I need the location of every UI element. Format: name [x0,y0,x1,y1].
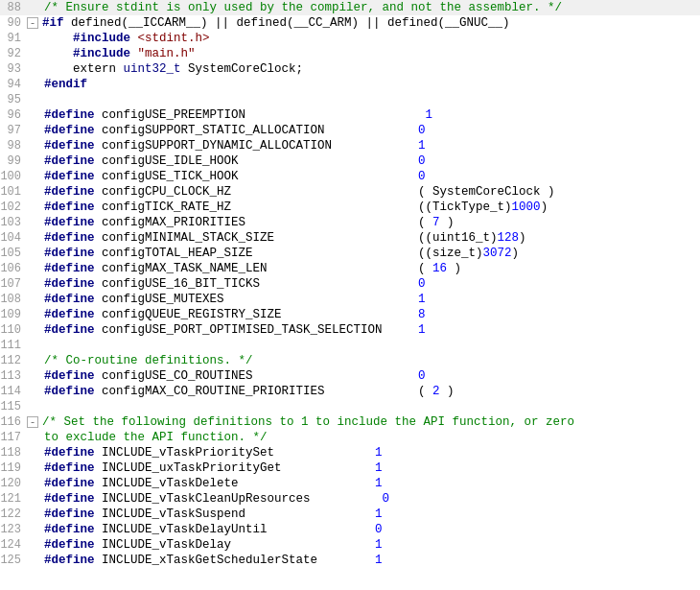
line-content: #define configUSE_PREEMPTION 1 [40,107,700,123]
line-number: 107 [0,276,27,292]
code-token: #define [44,523,95,536]
code-token: #define [44,477,95,490]
code-line: 91 #include <stdint.h> [0,31,700,46]
code-line: 107#define configUSE_16_BIT_TICKS 0 [0,276,700,292]
line-gutter[interactable]: - [27,17,38,29]
code-token: #define [44,308,95,321]
code-token: configUSE_CO_ROUTINES [95,369,419,383]
code-token: 0 [418,369,426,383]
code-token: configUSE_MUTEXES [95,293,419,306]
code-token: #define [44,216,95,229]
line-number: 109 [0,307,27,322]
code-token: /* Co-routine definitions. */ [44,354,253,367]
line-content: #define configMAX_PRIORITIES ( 7 ) [40,215,700,230]
code-token: INCLUDE_vTaskDelete [95,477,376,490]
code-token: #define [44,446,95,460]
code-token: ) [519,231,526,245]
code-token: #define [44,461,95,475]
code-token: ) [440,385,455,398]
code-line: 88/* Ensure stdint is only used by the c… [0,0,700,15]
line-number: 93 [0,61,27,77]
line-content: #define configUSE_PORT_OPTIMISED_TASK_SE… [40,322,700,338]
line-number: 124 [0,537,27,553]
code-token: ) [512,247,520,260]
code-token: configCPU_CLOCK_HZ [95,185,419,199]
code-token: <stdint.h> [138,32,210,45]
code-line: 103#define configMAX_PRIORITIES ( 7 ) [0,215,700,230]
code-line: 113#define configUSE_CO_ROUTINES 0 [0,368,700,384]
code-token: "main.h" [138,47,196,60]
code-line: 117to exclude the API function. */ [0,430,700,445]
code-token: #define [44,154,95,168]
code-token: ) [447,262,461,275]
line-number: 91 [0,31,27,46]
line-content: #define INCLUDE_xTaskGetSchedulerState 1 [40,553,700,568]
code-token: 0 [418,277,426,291]
line-content: #define INCLUDE_uxTaskPriorityGet 1 [40,460,700,476]
code-line: 122#define INCLUDE_vTaskSuspend 1 [0,507,700,522]
line-content: /* Ensure stdint is only used by the com… [40,0,700,15]
line-number: 106 [0,261,27,276]
code-token: 1 [375,446,383,460]
code-token: 1 [375,554,383,567]
line-number: 102 [0,200,27,215]
code-line: 97#define configSUPPORT_STATIC_ALLOCATIO… [0,123,700,138]
line-number: 105 [0,246,27,261]
code-token: 1 [418,139,426,153]
line-number: 123 [0,522,27,537]
code-token: ( [418,216,432,229]
code-token: #define [44,201,95,214]
code-token: #define [44,185,95,199]
code-token: #define [44,507,95,521]
line-content: #define configMINIMAL_STACK_SIZE ((uint1… [40,230,700,246]
code-line: 99#define configUSE_IDLE_HOOK 0 [0,153,700,169]
code-line: 100#define configUSE_TICK_HOOK 0 [0,169,700,184]
code-token: #define [44,247,95,260]
code-token: #define [44,323,95,337]
code-token: 1 [375,507,383,521]
line-number: 122 [0,507,27,522]
code-token: INCLUDE_vTaskSuspend [95,507,376,521]
code-token: #define [44,170,95,183]
code-token: to exclude the API function. */ [44,431,268,444]
code-token: SystemCoreClock; [181,62,304,76]
code-token: configTICK_RATE_HZ [95,201,419,214]
code-token: INCLUDE_vTaskDelayUntil [95,523,376,536]
code-token: INCLUDE_uxTaskPriorityGet [95,461,376,475]
code-line: 120#define INCLUDE_vTaskDelete 1 [0,476,700,491]
code-token: 8 [418,308,426,321]
code-token: ((uint16_t) [418,231,498,245]
line-number: 96 [0,107,27,123]
code-token: 7 [432,216,440,229]
line-number: 111 [0,338,27,353]
code-token: #endif [44,78,87,91]
code-token: defined(__ICCARM__) || defined(__CC_ARM)… [64,16,510,30]
code-token: configMINIMAL_STACK_SIZE [95,231,419,245]
code-token: 1 [418,293,426,306]
line-number: 90 [0,15,27,31]
line-number: 114 [0,384,27,399]
code-token: 0 [375,523,383,536]
line-content: #define INCLUDE_vTaskSuspend 1 [40,507,700,522]
line-number: 94 [0,77,27,92]
code-token: extern [44,62,124,76]
line-content: #define INCLUDE_vTaskDelayUntil 0 [40,522,700,537]
line-gutter[interactable]: - [27,416,38,428]
code-line: 112/* Co-routine definitions. */ [0,353,700,368]
line-content: #define configSUPPORT_DYNAMIC_ALLOCATION… [40,138,700,153]
line-content [40,92,700,107]
code-line: 105#define configTOTAL_HEAP_SIZE ((size_… [0,246,700,261]
code-token: #if [42,16,64,30]
code-token: 1 [426,108,433,122]
code-token: ((TickType_t) [418,201,512,214]
code-token: 16 [432,262,447,275]
line-content: #define configUSE_CO_ROUTINES 0 [40,368,700,384]
code-token: 1000 [512,201,541,214]
code-token: #include [44,32,138,45]
code-token: #define [44,139,95,153]
line-number: 116 [0,414,27,430]
code-token: ( SystemCoreClock ) [418,185,555,199]
code-token: 1 [375,538,383,552]
line-content: #endif [40,77,700,92]
code-token: configSUPPORT_DYNAMIC_ALLOCATION [95,139,419,153]
